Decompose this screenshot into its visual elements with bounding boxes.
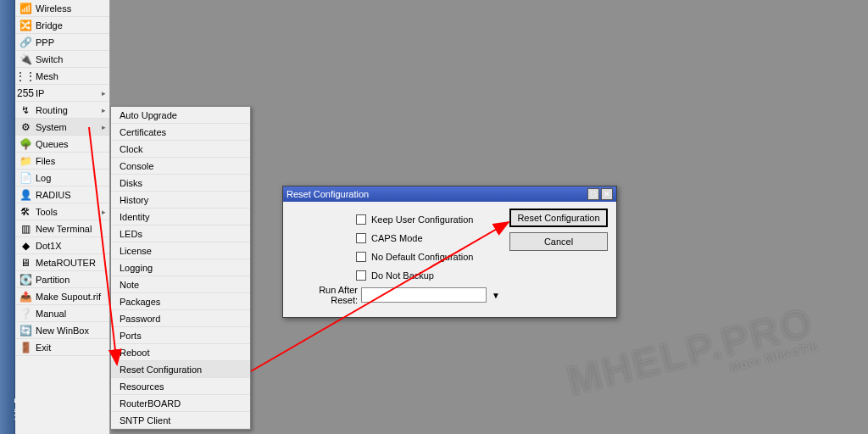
sidebar-item-label: Switch [36, 54, 63, 64]
sidebar-item-label: Log [36, 173, 51, 183]
dropdown-icon[interactable]: ▼ [490, 291, 502, 300]
sidebar-item-system[interactable]: ⚙System▸ [15, 119, 109, 136]
sidebar-item-label: New WinBox [36, 326, 89, 336]
submenu-item-note[interactable]: Note [111, 276, 250, 293]
submenu-item-certificates[interactable]: Certificates [111, 124, 250, 141]
submenu-item-auto-upgrade[interactable]: Auto Upgrade [111, 107, 250, 124]
chevron-right-icon: ▸ [102, 106, 106, 114]
run-after-reset-label: Run After Reset: [292, 285, 361, 305]
system-submenu: Auto UpgradeCertificatesClockConsoleDisk… [110, 106, 251, 430]
bridge-icon: 🔀 [19, 19, 32, 32]
dialog-title: Reset Configuration [287, 189, 587, 199]
sidebar-item-tools[interactable]: 🛠Tools▸ [15, 203, 109, 220]
sidebar-item-label: Make Supout.rif [36, 292, 101, 302]
routing-icon: ↯ [19, 103, 32, 117]
new-terminal-icon: ▥ [19, 222, 32, 236]
sidebar-item-dot1x[interactable]: ◆Dot1X [15, 237, 109, 254]
minimize-icon[interactable]: □ [587, 188, 599, 200]
app-title-bar: WinBox [0, 0, 15, 434]
sidebar-item-new-winbox[interactable]: 🔄New WinBox [15, 322, 109, 339]
chevron-right-icon: ▸ [102, 208, 106, 216]
sidebar-item-routing[interactable]: ↯Routing▸ [15, 102, 109, 119]
sidebar-item-label: Dot1X [36, 241, 62, 251]
submenu-item-ports[interactable]: Ports [111, 327, 250, 344]
sidebar-item-label: System [36, 122, 67, 132]
sidebar-item-exit[interactable]: 🚪Exit [15, 339, 109, 356]
new-winbox-icon: 🔄 [19, 324, 32, 337]
sidebar-item-log[interactable]: 📄Log [15, 170, 109, 186]
cancel-button[interactable]: Cancel [509, 232, 608, 251]
ppp-icon: 🔗 [19, 36, 32, 49]
submenu-item-license[interactable]: License [111, 242, 250, 259]
checkbox-no-default-configuration[interactable] [356, 252, 366, 262]
submenu-item-resources[interactable]: Resources [111, 378, 250, 395]
submenu-item-leds[interactable]: LEDs [111, 225, 250, 242]
sidebar-item-label: New Terminal [36, 224, 92, 234]
sidebar-item-label: MetaROUTER [36, 258, 96, 268]
sidebar-item-switch[interactable]: 🔌Switch [15, 51, 109, 68]
run-after-reset-field[interactable] [361, 287, 487, 303]
sidebar-item-queues[interactable]: 🌳Queues [15, 136, 109, 153]
sidebar-item-new-terminal[interactable]: ▥New Terminal [15, 220, 109, 237]
chevron-right-icon: ▸ [102, 89, 106, 97]
system-icon: ⚙ [19, 120, 32, 134]
sidebar-item-manual[interactable]: ❔Manual [15, 305, 109, 322]
checkbox-label: Do Not Backup [371, 270, 434, 281]
sidebar-item-label: Routing [36, 105, 68, 115]
checkbox-keep-user-configuration[interactable] [356, 214, 366, 225]
submenu-item-routerboard[interactable]: RouterBOARD [111, 395, 250, 412]
manual-icon: ❔ [19, 307, 32, 320]
submenu-item-logging[interactable]: Logging [111, 259, 250, 276]
sidebar-item-label: Manual [36, 309, 66, 319]
make-supout-rif-icon: 📤 [19, 290, 32, 303]
close-icon[interactable]: ✕ [601, 188, 613, 200]
checkbox-row: Do Not Backup [356, 266, 608, 285]
sidebar-item-files[interactable]: 📁Files [15, 153, 109, 170]
sidebar-item-label: Tools [36, 207, 58, 217]
submenu-item-packages[interactable]: Packages [111, 293, 250, 310]
dialog-titlebar[interactable]: Reset Configuration □ ✕ [283, 186, 616, 202]
checkbox-label: CAPS Mode [371, 233, 423, 243]
checkbox-label: Keep User Configuration [371, 214, 473, 225]
sidebar-item-wireless[interactable]: 📶Wireless [15, 0, 109, 17]
exit-icon: 🚪 [19, 341, 32, 354]
checkbox-label: No Default Configuration [371, 252, 473, 262]
submenu-item-password[interactable]: Password [111, 310, 250, 327]
log-icon: 📄 [19, 171, 32, 185]
submenu-item-console[interactable]: Console [111, 158, 250, 175]
sidebar-item-bridge[interactable]: 🔀Bridge [15, 17, 109, 34]
queues-icon: 🌳 [19, 137, 32, 151]
submenu-item-identity[interactable]: Identity [111, 209, 250, 225]
reset-configuration-dialog: Reset Configuration □ ✕ Reset Configurat… [282, 186, 617, 318]
sidebar-item-label: Partition [36, 275, 70, 285]
sidebar-item-label: IP [36, 88, 44, 98]
chevron-right-icon: ▸ [102, 123, 106, 131]
sidebar-item-ppp[interactable]: 🔗PPP [15, 34, 109, 51]
tools-icon: 🛠 [19, 205, 32, 219]
sidebar-item-label: Wireless [36, 3, 71, 14]
reset-configuration-button[interactable]: Reset Configuration [509, 209, 608, 227]
sidebar-item-partition[interactable]: 💽Partition [15, 271, 109, 288]
wireless-icon: 📶 [19, 2, 32, 15]
sidebar-item-mesh[interactable]: ⋮⋮Mesh [15, 68, 109, 85]
sidebar-item-radius[interactable]: 👤RADIUS [15, 186, 109, 203]
submenu-item-sntp-client[interactable]: SNTP Client [111, 412, 250, 429]
switch-icon: 🔌 [19, 53, 32, 66]
sidebar-item-label: RADIUS [36, 190, 71, 200]
sidebar-item-metarouter[interactable]: 🖥MetaROUTER [15, 254, 109, 271]
submenu-item-clock[interactable]: Clock [111, 141, 250, 158]
sidebar-item-label: Exit [36, 342, 51, 353]
submenu-item-history[interactable]: History [111, 192, 250, 209]
partition-icon: 💽 [19, 273, 32, 287]
sidebar-item-make-supout-rif[interactable]: 📤Make Supout.rif [15, 288, 109, 305]
dot1x-icon: ◆ [19, 239, 32, 253]
submenu-item-reset-configuration[interactable]: Reset Configuration [111, 361, 250, 378]
submenu-item-disks[interactable]: Disks [111, 175, 250, 192]
sidebar: 📶Wireless🔀Bridge🔗PPP🔌Switch⋮⋮Mesh255IP▸↯… [15, 0, 110, 434]
submenu-item-reboot[interactable]: Reboot [111, 344, 250, 361]
checkbox-do-not-backup[interactable] [356, 270, 366, 281]
sidebar-item-ip[interactable]: 255IP▸ [15, 85, 109, 102]
sidebar-item-label: Bridge [36, 20, 63, 31]
checkbox-caps-mode[interactable] [356, 233, 366, 243]
files-icon: 📁 [19, 154, 32, 168]
